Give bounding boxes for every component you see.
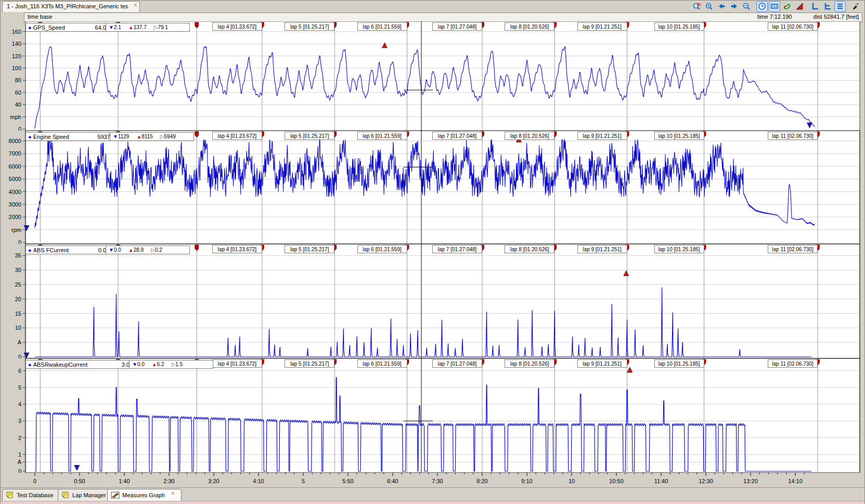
max-icon: ▲ [152, 361, 157, 367]
lap-label: lap 7 [01.27.048] [432, 245, 482, 253]
lap-label: lap 9 [01.21.251] [577, 359, 627, 368]
x-tick-label: 14:10 [788, 478, 803, 484]
cursor-time-value: time 7:12.190 [757, 14, 792, 20]
tab-measures-graph[interactable]: Measures Graph ✕ [107, 489, 182, 501]
distance-scale-button[interactable] [769, 1, 780, 12]
y-tick-label: A [18, 459, 22, 465]
channel-name: ABSRwakeupCurrent [33, 361, 88, 368]
chart-abs-fcurrent[interactable]: 353025201510A0●ABS FCurrent0.0▼0.0▲28.9▷… [1, 244, 865, 358]
graph-toolbar: 2D [691, 1, 861, 11]
workspace-tabbar: Test Database Lap Manager Measures Graph… [1, 487, 864, 501]
chart-absrwakeupcurrent[interactable]: 654321A0●ABSRwakeupCurrent3.0▼0.0▲6.2▷1.… [1, 358, 865, 473]
lap-label: lap 4 [01.23.672] [212, 22, 262, 31]
max-stat: ▲28.9 [128, 247, 144, 253]
channel-stats-engine-speed[interactable]: ▼1129▲8115▷5949 [110, 132, 194, 141]
document-tab-title: 1 - Josh_116 X3Ts M3_PIRchicane_Generic … [7, 3, 128, 9]
y-tick-label: 40 [15, 101, 21, 108]
avg-icon: ▷ [151, 247, 155, 253]
x-tick-label: 11:40 [654, 478, 668, 484]
y-tick-label: 8000 [9, 138, 21, 144]
svg-text:2D: 2D [697, 3, 701, 6]
y-tick-label: 0 [18, 239, 21, 244]
x-tick-label: 0:50 [74, 478, 85, 484]
min-stat: ▼0.0 [109, 247, 121, 253]
distance-scale-icon [770, 2, 779, 10]
track-map-button[interactable] [781, 1, 793, 12]
max-stat: ▲137.7 [128, 24, 147, 30]
timebase-row: time base time 7:12.190 dist 52841.7 [fe… [1, 12, 864, 21]
notepad-icon [61, 492, 70, 499]
channel-header-engine-speed[interactable]: ●Engine Speed5937 [25, 132, 113, 141]
min-icon: ▼ [109, 247, 114, 253]
layout-stacked-icon [836, 2, 844, 10]
lap-label: lap 9 [01.21.251] [577, 245, 627, 253]
tab-test-database[interactable]: Test Database [2, 489, 60, 501]
channel-header-abs-fcurrent[interactable]: ●ABS FCurrent0.0 [25, 245, 109, 254]
channel-name: ABS FCurrent [33, 247, 69, 253]
lap-label: lap 4 [01.23.672] [212, 359, 262, 368]
channel-stats-gps-speed[interactable]: ▼2.1▲137.7▷79.1 [106, 23, 190, 32]
measures-graph-area[interactable]: 160140120100806040mph0●GPS_Speed64.0▼2.1… [1, 21, 865, 473]
y-tick-label: 25 [15, 281, 21, 288]
avg-stat: ▷79.1 [154, 24, 168, 30]
y-tick-label: rpm [11, 227, 21, 233]
time-cursor-icon [758, 2, 766, 10]
zoom-2d-button[interactable]: 2D [691, 1, 702, 12]
x-tick-label: 10:50 [609, 478, 624, 484]
channel-stats-absrwakeupcurrent[interactable]: ▼0.0▲6.2▷1.5 [129, 360, 213, 369]
lap-label: lap 7 [01.27.048] [432, 22, 482, 31]
layout-stacked-button[interactable] [834, 1, 846, 12]
cursor-distance-value: dist 52841.7 [feet] [814, 14, 859, 20]
y-tick-label: 2 [18, 435, 21, 441]
max-icon: ▲ [128, 247, 134, 253]
lap-label: lap 10 [01.25.185] [654, 245, 704, 253]
cursor-readout: time 7:12.190 dist 52841.7 [feet] [738, 14, 859, 21]
slope-tool-icon [795, 2, 804, 10]
max-icon: ▲ [128, 24, 134, 30]
chart-gps-speed[interactable]: 160140120100806040mph0●GPS_Speed64.0▼2.1… [1, 21, 865, 131]
status-strip [1, 501, 864, 504]
channel-cursor-value: 0.0 [94, 247, 106, 253]
y-tick-label: A [18, 339, 22, 345]
channel-cursor-value: 3.0 [118, 361, 130, 368]
layout-single-icon [811, 2, 819, 10]
lap-label: lap 6 [01.21.559] [357, 22, 407, 31]
layout-split-button[interactable] [822, 1, 833, 12]
channel-header-gps-speed[interactable]: ●GPS_Speed64.0 [25, 23, 109, 32]
x-tick-label: 5:50 [342, 478, 353, 484]
zoom-next-button[interactable] [728, 1, 740, 12]
y-tick-label: 30 [15, 267, 21, 273]
x-tick-label: 1:40 [119, 478, 130, 484]
avg-stat: ▷0.2 [151, 247, 162, 253]
tab-label: Test Database [17, 492, 53, 498]
lap-label: lap 6 [01.21.559] [357, 359, 407, 368]
min-icon: ▼ [132, 361, 137, 367]
y-tick-label: 6 [18, 368, 21, 374]
channel-cursor-value: 64.0 [91, 24, 106, 31]
y-tick-label: 35 [15, 252, 21, 259]
layout-single-button[interactable] [809, 1, 821, 12]
tab-lap-manager[interactable]: Lap Manager [58, 489, 113, 501]
time-cursor-button[interactable] [756, 1, 768, 12]
channel-stats-abs-fcurrent[interactable]: ▼0.0▲28.9▷0.2 [106, 245, 190, 254]
channel-color-icon: ● [28, 24, 32, 31]
x-tick-label: 8:20 [476, 478, 487, 484]
y-tick-label: 3000 [9, 201, 21, 208]
tab-close-icon[interactable]: ✕ [171, 490, 175, 496]
avg-stat: ▷1.5 [172, 361, 183, 367]
x-tick-label: 10 [569, 478, 575, 484]
zoom-in-button[interactable] [703, 1, 715, 12]
y-tick-label: 5000 [9, 176, 21, 182]
chart-engine-speed[interactable]: 8000700060005000400030002000rpm0●Engine … [1, 131, 865, 244]
x-tick-label: 2:30 [163, 478, 174, 484]
settings-wrench-button[interactable] [850, 1, 861, 12]
document-tab-close-icon[interactable]: ✕ [133, 2, 137, 8]
lap-label: lap 9 [01.21.251] [577, 22, 627, 31]
channel-header-absrwakeupcurrent[interactable]: ●ABSRwakeupCurrent3.0 [25, 360, 132, 369]
slope-tool-button[interactable] [794, 1, 805, 12]
y-tick-label: 4 [18, 401, 21, 407]
y-tick-label: 5 [18, 384, 21, 391]
zoom-previous-button[interactable] [716, 1, 727, 12]
x-tick-label: 13:20 [743, 478, 758, 484]
zoom-out-button[interactable] [741, 1, 752, 12]
